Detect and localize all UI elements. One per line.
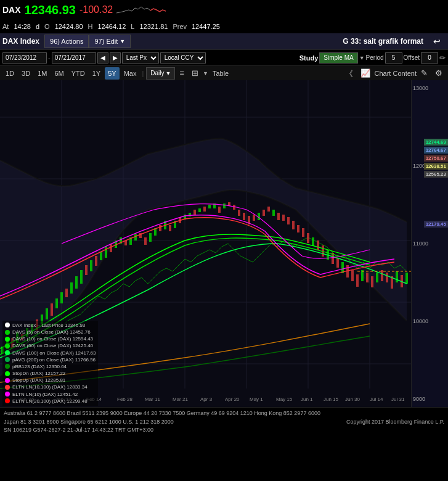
period-3d-button[interactable]: 3D [18, 67, 33, 80]
current-price: 12346.93 [25, 3, 76, 17]
frequency-label: Daily [150, 70, 164, 76]
period-1y-button[interactable]: 1Y [89, 67, 104, 80]
svg-rect-33 [105, 247, 107, 258]
svg-text:Jun 1: Jun 1 [301, 397, 313, 402]
svg-rect-65 [263, 210, 265, 216]
svg-rect-26 [70, 282, 73, 294]
date-to-input[interactable] [52, 52, 96, 64]
svg-rect-44 [159, 225, 161, 231]
price-level-13000: 13000 [413, 85, 447, 91]
header-price-row: DAX 12346.93 -100.32 [0, 0, 448, 20]
period-1m-button[interactable]: 1M [35, 67, 50, 80]
date-prev-button[interactable]: ◀ [97, 52, 108, 64]
svg-rect-74 [307, 233, 309, 243]
footer-line1: Australia 61 2 9777 8600 Brazil 5511 239… [4, 409, 444, 418]
o-val: 12424.80 [55, 23, 83, 30]
edit-dropdown-icon: ▼ [120, 38, 125, 44]
ohlp-row: At 14:28 d O 12424.80 H 12464.12 L 12321… [0, 20, 448, 33]
freq-val: d [36, 23, 39, 30]
actions-button[interactable]: 96) Actions [44, 35, 89, 48]
index-label: DAX Index [2, 37, 44, 46]
frequency-button[interactable]: Daily ▼ [146, 67, 175, 80]
chart-icon[interactable]: 📈 [357, 67, 373, 80]
svg-rect-70 [287, 217, 290, 224]
price-change: -100.32 [79, 4, 113, 15]
svg-rect-54 [208, 205, 211, 208]
svg-text:Mar 21: Mar 21 [173, 397, 188, 402]
svg-rect-80 [336, 258, 339, 268]
study-date-row: - ◀ ▶ Last Px Local CCY Study Simple MA … [0, 49, 448, 65]
svg-rect-60 [238, 210, 240, 216]
svg-rect-90 [386, 273, 388, 282]
svg-rect-42 [149, 233, 152, 242]
period-6m-button[interactable]: 6M [51, 67, 67, 80]
svg-rect-68 [277, 213, 280, 220]
date-from-input[interactable] [2, 52, 47, 64]
svg-rect-28 [80, 270, 83, 284]
footer-info: Australia 61 2 9777 8600 Brazil 5511 239… [0, 407, 448, 437]
svg-rect-32 [100, 252, 102, 260]
svg-rect-76 [317, 240, 319, 250]
svg-rect-92 [396, 271, 398, 282]
period-input[interactable] [385, 52, 402, 64]
table-button[interactable]: Table [210, 67, 232, 80]
svg-rect-23 [55, 298, 58, 308]
chart-legend: DAX Index – Last Price 12346.93 DAVS (5)… [2, 321, 98, 406]
price-badge-2: 12764.67 [424, 147, 448, 154]
freq-dropdown-icon: ▼ [166, 70, 171, 76]
period-5y-button[interactable]: 5Y [105, 67, 119, 80]
candle-dropdown-icon: ▼ [203, 70, 208, 76]
study-type-button[interactable]: Simple MA [319, 52, 357, 64]
o-label: O [44, 23, 50, 30]
offset-input[interactable] [421, 52, 438, 64]
currency-select[interactable]: Local CCY [160, 52, 206, 64]
date-next-button[interactable]: ▶ [110, 52, 121, 64]
h-val: 12464.12 [97, 23, 126, 30]
last-px-select[interactable]: Last Px [122, 52, 159, 64]
edit-button[interactable]: 97) Edit ▼ [89, 35, 131, 48]
price-level-10000: 10000 [413, 318, 447, 324]
time-period-row: 1D 3D 1M 6M YTD 1Y 5Y Max | Daily ▼ ≡ ⊞ … [0, 65, 448, 80]
g33-title: G 33: sait grafik format [131, 37, 428, 46]
settings-icon[interactable]: ⚙ [432, 67, 446, 80]
l-label: L [131, 23, 134, 30]
svg-rect-21 [46, 308, 48, 319]
svg-text:Jun 15: Jun 15 [324, 397, 339, 402]
edit-chart-icon[interactable]: ✎ [418, 67, 431, 80]
period-label: Period [366, 54, 384, 61]
svg-rect-75 [312, 237, 314, 246]
undo-button[interactable]: ↩ [428, 35, 446, 48]
svg-rect-69 [282, 215, 285, 221]
candle-chart-button[interactable]: ⊞ [189, 67, 202, 80]
edit-label: 97) Edit [94, 38, 118, 45]
pencil-icon[interactable]: ✏ [439, 54, 446, 62]
svg-rect-87 [371, 276, 373, 287]
footer-line4: SN 106219 G574-2627-2 21-Jul-17 14:43:22… [4, 426, 444, 435]
period-1d-button[interactable]: 1D [2, 67, 17, 80]
svg-rect-66 [267, 207, 270, 212]
expand-left-icon[interactable]: 《 [342, 67, 356, 80]
chart-content-label[interactable]: Chart Content [375, 70, 417, 77]
svg-text:Apr 20: Apr 20 [225, 397, 240, 402]
study-label: Study [299, 54, 319, 62]
period-max-button[interactable]: Max [121, 67, 140, 80]
prev-label: Prev [173, 23, 187, 30]
line-chart-icon[interactable]: ≡ [176, 67, 187, 80]
svg-text:Jul 31: Jul 31 [391, 397, 405, 402]
period-ytd-button[interactable]: YTD [68, 67, 88, 80]
svg-text:Jul 14: Jul 14 [370, 397, 383, 402]
svg-rect-57 [223, 204, 226, 208]
svg-rect-89 [381, 270, 383, 281]
price-badge-1: 12744.69 [424, 139, 448, 146]
svg-text:Mar 11: Mar 11 [145, 397, 160, 402]
svg-text:May 15: May 15 [276, 397, 293, 402]
price-badge-4: 12638.51 [424, 163, 448, 170]
svg-rect-53 [203, 207, 206, 212]
svg-rect-41 [144, 237, 147, 245]
footer-line2: Japan 81 3 3201 8900 Singapore 65 6212 1… [4, 418, 174, 427]
price-badge-3: 12750.67 [424, 155, 448, 162]
chart-area: Jan '16 Jan '17 Feb 14 Feb 28 Mar 11 Mar… [0, 80, 448, 407]
svg-rect-25 [65, 289, 68, 297]
svg-rect-56 [218, 207, 221, 213]
svg-text:Apr 3: Apr 3 [200, 397, 213, 402]
